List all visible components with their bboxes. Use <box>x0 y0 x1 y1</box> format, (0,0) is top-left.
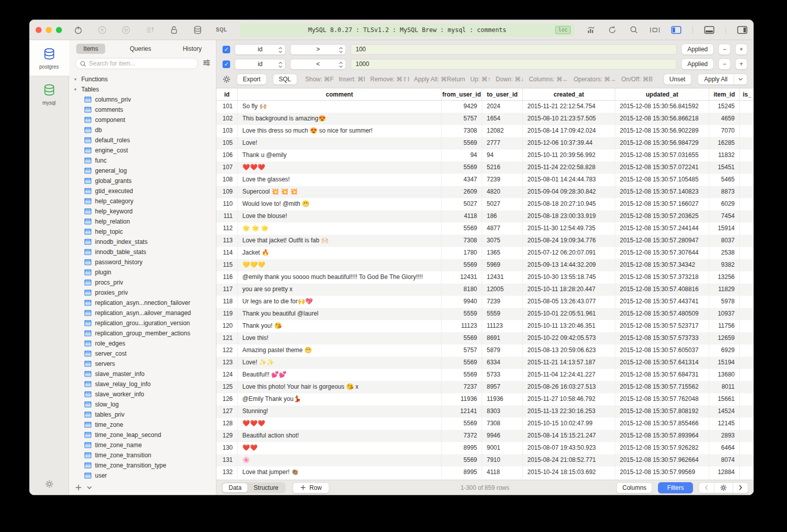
table-cell[interactable]: 2015-12-08 15:30:57.573733 <box>615 332 709 345</box>
table-cell[interactable]: 2015-08-14 17:09:42.024 <box>523 125 615 137</box>
table-row[interactable]: 111Love the blouse!41181862015-08-18 23:… <box>216 210 753 223</box>
tree-section-functions[interactable]: ▾ Functions <box>69 74 216 84</box>
sidebar-table-item[interactable]: time_zone <box>69 420 216 430</box>
table-cell[interactable] <box>740 162 753 174</box>
table-cell[interactable] <box>740 271 753 284</box>
table-row[interactable]: 113Love that jacket! Outfit is fab 🙌🏻730… <box>216 235 753 247</box>
sidebar-table-item[interactable]: replication_grou...iguration_version <box>69 318 216 328</box>
filter-column-select[interactable]: id <box>235 59 286 70</box>
table-cell[interactable]: ❤️❤️❤️ <box>238 418 442 430</box>
table-row[interactable]: 117you are so pretty x8180120052015-10-1… <box>216 284 753 296</box>
table-cell[interactable]: 11123 <box>442 320 482 332</box>
table-cell[interactable]: Supercool 💥 💥 💥 <box>238 186 442 198</box>
table-row[interactable]: 112🌟 🌟 🌟556948772015-11-30 12:54:49.7352… <box>216 223 753 235</box>
sidebar-table-item[interactable]: slave_relay_log_info <box>69 379 216 389</box>
database-icon[interactable] <box>193 25 203 35</box>
table-cell[interactable]: 7910 <box>482 454 523 466</box>
table-cell[interactable]: 7239 <box>482 296 523 308</box>
table-cell[interactable]: 6929 <box>709 345 740 357</box>
next-page-button[interactable] <box>733 485 748 490</box>
table-cell[interactable] <box>740 381 753 393</box>
sidebar-table-item[interactable]: gtid_executed <box>69 186 216 196</box>
sidebar-table-item[interactable]: engine_cost <box>69 145 216 155</box>
table-row[interactable]: 115💛💛💛556959692015-09-13 14:44:32.209201… <box>216 259 753 271</box>
toggle-right-panel-icon[interactable] <box>737 25 747 35</box>
table-cell[interactable]: 5969 <box>482 259 523 271</box>
tab-items[interactable]: Items <box>76 44 105 54</box>
table-cell[interactable]: 2015-08-24 21:08:52.771 <box>523 454 615 466</box>
table-row[interactable]: 129Beautiful action shot!737299462015-08… <box>216 430 753 442</box>
table-cell[interactable]: 15194 <box>709 357 740 369</box>
table-cell[interactable]: 128 <box>216 418 238 430</box>
table-cell[interactable]: 115 <box>216 259 238 271</box>
page-settings-gear-icon[interactable] <box>714 484 733 491</box>
table-cell[interactable]: 2015-08-24 19:09:34.776 <box>523 235 615 247</box>
table-cell[interactable]: So fly 🙌🏼 <box>238 101 442 113</box>
table-cell[interactable]: 5757 <box>442 345 482 357</box>
add-filter-button[interactable]: + <box>735 44 747 55</box>
table-cell[interactable]: Love this dress so much 😍 so nice for su… <box>238 125 442 137</box>
sidebar-table-item[interactable]: slave_master_info <box>69 369 216 379</box>
table-cell[interactable]: 186 <box>482 210 523 223</box>
table-cell[interactable]: 11832 <box>709 149 740 162</box>
table-cell[interactable]: 12431 <box>442 271 482 284</box>
table-cell[interactable] <box>740 149 753 162</box>
table-cell[interactable]: 7308 <box>442 235 482 247</box>
sidebar-table-item[interactable]: db <box>69 125 216 135</box>
table-cell[interactable]: 2015-11-27 10:58:46.792 <box>523 393 615 405</box>
table-row[interactable]: 124Beautiful!! 💕💕556957332015-11-04 12:2… <box>216 369 753 381</box>
table-cell[interactable]: 6334 <box>482 357 523 369</box>
table-cell[interactable]: 11123 <box>482 320 523 332</box>
table-cell[interactable]: 2015-10-22 09:42:05.573 <box>523 332 615 345</box>
connection-mysql[interactable]: mysql <box>29 76 69 112</box>
columns-button[interactable]: Columns <box>616 482 652 493</box>
table-cell[interactable]: ❤️❤️❤️ <box>238 162 442 174</box>
table-cell[interactable]: 8873 <box>709 186 740 198</box>
table-cell[interactable]: 2015-12-08 15:30:57.480509 <box>615 308 709 320</box>
table-cell[interactable]: 7308 <box>442 125 482 137</box>
table-cell[interactable]: 2015-12-08 15:30:57.762048 <box>615 393 709 405</box>
table-cell[interactable] <box>740 247 753 259</box>
table-cell[interactable]: Love! <box>238 137 442 149</box>
table-cell[interactable] <box>740 418 753 430</box>
table-cell[interactable]: 12141 <box>442 405 482 418</box>
table-cell[interactable]: 106 <box>216 149 238 162</box>
applied-button[interactable]: Applied <box>681 44 714 55</box>
table-row[interactable]: 107❤️❤️❤️556952162015-11-24 22:02:58.828… <box>216 162 753 174</box>
table-cell[interactable]: Love the blouse! <box>238 210 442 223</box>
table-cell[interactable]: 9940 <box>442 296 482 308</box>
table-cell[interactable]: 2015-12-08 15:30:57.605037 <box>615 345 709 357</box>
table-cell[interactable]: 2015-10-01 22:05:51.961 <box>523 308 615 320</box>
table-cell[interactable]: 5465 <box>709 174 740 186</box>
table-row[interactable]: 132Love that jumper! 👏🏽899541182015-10-2… <box>216 466 753 479</box>
table-cell[interactable]: 2015-09-13 14:44:32.209 <box>523 259 615 271</box>
filter-value-input[interactable]: 1000 <box>351 59 677 70</box>
export-button[interactable]: Export <box>237 74 267 85</box>
sidebar-table-item[interactable]: comments <box>69 105 216 115</box>
table-cell[interactable] <box>740 101 753 113</box>
table-cell[interactable]: 132 <box>216 466 238 479</box>
sidebar-table-item[interactable]: replication_asyn...nnection_failover <box>69 298 216 308</box>
table-cell[interactable] <box>740 430 753 442</box>
table-cell[interactable]: 2015-09-04 09:28:30.842 <box>523 186 615 198</box>
table-cell[interactable]: 2015-08-26 16:03:27.513 <box>523 381 615 393</box>
sidebar-table-item[interactable]: time_zone_transition <box>69 450 216 460</box>
zoom-window-button[interactable] <box>56 27 62 33</box>
column-header[interactable]: created_at <box>523 88 615 100</box>
table-cell[interactable]: 15661 <box>709 393 740 405</box>
table-cell[interactable]: Love that jacket! Outfit is fab 🙌🏻 <box>238 235 442 247</box>
table-cell[interactable]: 2015-12-08 15:30:57.072241 <box>615 162 709 174</box>
sidebar-table-item[interactable]: user <box>69 471 216 480</box>
table-cell[interactable]: 1780 <box>442 247 482 259</box>
table-cell[interactable]: 7372 <box>442 430 482 442</box>
table-cell[interactable]: 15914 <box>709 223 740 235</box>
toggle-left-panel-icon[interactable] <box>671 25 681 35</box>
table-cell[interactable]: 2893 <box>709 430 740 442</box>
table-cell[interactable]: 2015-11-21 14:13:57.187 <box>523 357 615 369</box>
table-cell[interactable]: 2015-12-08 15:30:57.855466 <box>615 418 709 430</box>
table-cell[interactable] <box>740 296 753 308</box>
sidebar-table-item[interactable]: proxies_priv <box>69 288 216 298</box>
table-cell[interactable]: 2015-10-15 10:02:47.99 <box>523 418 615 430</box>
table-cell[interactable]: 2015-07-12 06:20:07.091 <box>523 247 615 259</box>
table-cell[interactable] <box>740 284 753 296</box>
